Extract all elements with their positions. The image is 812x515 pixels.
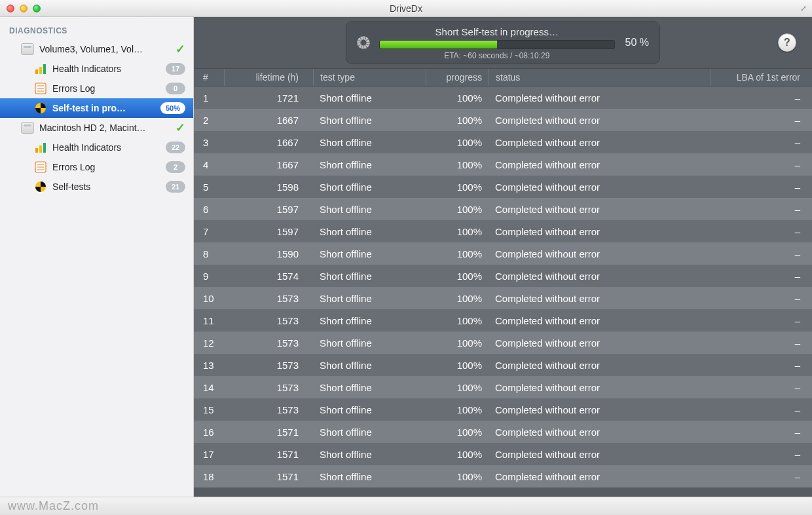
statusbar: www.MacZ.com — [0, 497, 812, 515]
fullscreen-icon[interactable]: ⤢ — [800, 4, 807, 13]
table-row[interactable]: 31667Short offline100%Completed without … — [194, 131, 812, 153]
table-row[interactable]: 131573Short offline100%Completed without… — [194, 354, 812, 376]
cell-lifetime: 1573 — [224, 309, 313, 332]
cell-index: 3 — [194, 131, 224, 153]
main-panel: Short Self-test in progress… ETA: ~60 se… — [194, 17, 812, 497]
cell-lifetime: 1597 — [224, 198, 313, 220]
col-type[interactable]: test type — [313, 69, 426, 86]
selftest-progress-eta: ETA: ~60 seconds / ~08:10:29 — [379, 51, 615, 60]
cell-type: Short offline — [313, 220, 426, 242]
table-row[interactable]: 41667Short offline100%Completed without … — [194, 153, 812, 176]
cell-progress: 100% — [426, 176, 489, 198]
cell-lifetime: 1573 — [224, 332, 313, 354]
cell-progress: 100% — [426, 242, 489, 265]
cell-progress: 100% — [426, 265, 489, 287]
table-row[interactable]: 101573Short offline100%Completed without… — [194, 287, 812, 309]
cell-lba: – — [710, 109, 812, 131]
check-icon: ✓ — [175, 121, 185, 135]
help-button[interactable]: ? — [778, 33, 796, 52]
cell-type: Short offline — [313, 287, 426, 309]
cell-index: 10 — [194, 287, 224, 309]
sidebar-drive[interactable]: Volume3, Volume1, Vol…✓ — [0, 39, 193, 59]
sidebar-item-badge: 2 — [166, 161, 185, 173]
table-row[interactable]: 181571Short offline100%Completed without… — [194, 465, 812, 487]
sidebar-item[interactable]: Errors Log2 — [0, 157, 193, 177]
cell-lba: – — [710, 398, 812, 421]
cell-index: 16 — [194, 421, 224, 443]
table-row[interactable]: 121573Short offline100%Completed without… — [194, 332, 812, 354]
cell-type: Short offline — [313, 109, 426, 131]
selftest-progress-title: Short Self-test in progress… — [379, 26, 615, 39]
table-row[interactable]: 11721Short offline100%Completed without … — [194, 86, 812, 109]
sidebar-item[interactable]: Self-tests21 — [0, 177, 193, 197]
cell-status: Completed without error — [489, 443, 710, 465]
sidebar-drive[interactable]: Macintosh HD 2, Macint…✓ — [0, 118, 193, 138]
cell-status: Completed without error — [489, 198, 710, 220]
sidebar-item-label: Self-tests — [52, 181, 166, 192]
cell-index: 1 — [194, 86, 224, 109]
table-row[interactable]: 171571Short offline100%Completed without… — [194, 443, 812, 465]
cell-type: Short offline — [313, 332, 426, 354]
table-row[interactable]: 141573Short offline100%Completed without… — [194, 376, 812, 398]
cell-status: Completed without error — [489, 309, 710, 332]
col-status[interactable]: status — [489, 69, 710, 86]
col-lifetime[interactable]: lifetime (h) — [224, 69, 313, 86]
cell-type: Short offline — [313, 198, 426, 220]
selftest-progress-card: Short Self-test in progress… ETA: ~60 se… — [346, 21, 660, 64]
drive-icon — [21, 43, 34, 56]
sidebar-item-badge: 21 — [166, 181, 185, 193]
cell-lba: – — [710, 86, 812, 109]
cell-lifetime: 1573 — [224, 398, 313, 421]
cell-status: Completed without error — [489, 220, 710, 242]
sidebar-item[interactable]: Errors Log0 — [0, 79, 193, 98]
selftest-icon — [34, 180, 47, 193]
cell-progress: 100% — [426, 354, 489, 376]
cell-lifetime: 1597 — [224, 220, 313, 242]
cell-progress: 100% — [426, 153, 489, 176]
table-row[interactable]: 21667Short offline100%Completed without … — [194, 109, 812, 131]
svg-rect-9 — [39, 145, 42, 153]
drive-icon — [21, 121, 34, 134]
sidebar-item[interactable]: Health Indicators22 — [0, 138, 193, 157]
cell-lba: – — [710, 176, 812, 198]
sidebar-item[interactable]: Self-test in pro…50% — [0, 98, 193, 118]
cell-lifetime: 1574 — [224, 265, 313, 287]
table-row[interactable]: 91574Short offline100%Completed without … — [194, 265, 812, 287]
col-lba[interactable]: LBA of 1st error — [710, 69, 812, 86]
cell-index: 15 — [194, 398, 224, 421]
col-progress[interactable]: progress — [426, 69, 489, 86]
table-row[interactable]: 71597Short offline100%Completed without … — [194, 220, 812, 242]
spinner-icon — [357, 36, 370, 49]
log-icon — [34, 161, 47, 174]
cell-lba: – — [710, 309, 812, 332]
cell-status: Completed without error — [489, 465, 710, 487]
sidebar-item-label: Errors Log — [52, 162, 166, 172]
table-row[interactable]: 81590Short offline100%Completed without … — [194, 242, 812, 265]
table-row[interactable]: 151573Short offline100%Completed without… — [194, 398, 812, 421]
sidebar-drive-label: Volume3, Volume1, Vol… — [39, 44, 175, 54]
cell-status: Completed without error — [489, 398, 710, 421]
col-index[interactable]: # — [194, 69, 224, 86]
zoom-icon[interactable] — [33, 5, 41, 12]
sidebar-item-label: Health Indicators — [52, 142, 166, 153]
minimize-icon[interactable] — [20, 5, 28, 12]
cell-status: Completed without error — [489, 131, 710, 153]
cell-type: Short offline — [313, 265, 426, 287]
selftest-icon — [34, 102, 47, 115]
titlebar: DriveDx ⤢ — [0, 0, 812, 17]
cell-status: Completed without error — [489, 376, 710, 398]
cell-status: Completed without error — [489, 109, 710, 131]
cell-status: Completed without error — [489, 421, 710, 443]
cell-lifetime: 1573 — [224, 376, 313, 398]
table-row[interactable]: 51598Short offline100%Completed without … — [194, 176, 812, 198]
sidebar-item-label: Errors Log — [52, 83, 166, 94]
table-row[interactable]: 161571Short offline100%Completed without… — [194, 421, 812, 443]
cell-index: 9 — [194, 265, 224, 287]
cell-type: Short offline — [313, 242, 426, 265]
table-row[interactable]: 61597Short offline100%Completed without … — [194, 198, 812, 220]
cell-index: 8 — [194, 242, 224, 265]
table-row[interactable]: 111573Short offline100%Completed without… — [194, 309, 812, 332]
cell-type: Short offline — [313, 309, 426, 332]
close-icon[interactable] — [7, 5, 14, 12]
sidebar-item[interactable]: Health Indicators17 — [0, 59, 193, 79]
